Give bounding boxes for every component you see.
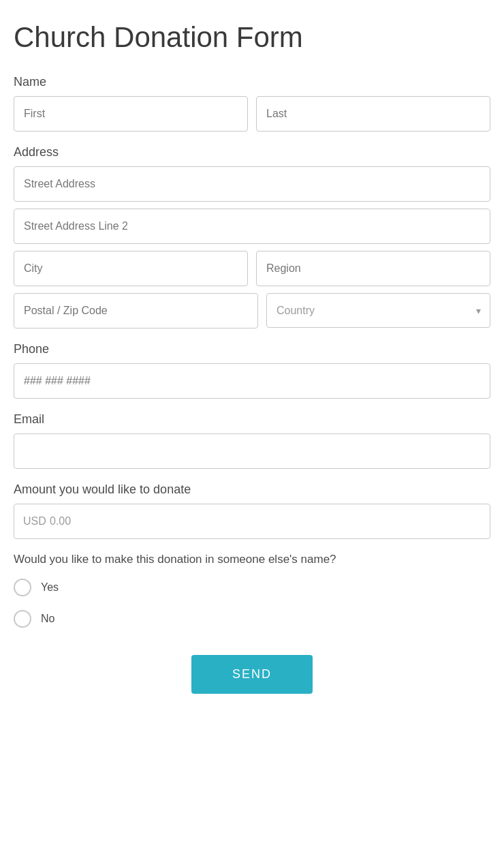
yes-radio-option[interactable]: Yes (14, 579, 490, 596)
no-radio-input[interactable] (14, 610, 31, 628)
no-radio-option[interactable]: No (14, 610, 490, 628)
page-title: Church Donation Form (14, 20, 490, 55)
email-section: Email (14, 412, 490, 469)
yes-radio-input[interactable] (14, 579, 31, 596)
phone-label: Phone (14, 342, 490, 356)
phone-input[interactable] (14, 363, 490, 399)
name-label: Name (14, 75, 490, 89)
email-input[interactable] (14, 433, 490, 469)
first-name-input[interactable] (14, 96, 248, 132)
postal-code-input[interactable] (14, 293, 258, 328)
yes-label: Yes (41, 581, 59, 594)
country-select[interactable]: Country United States Canada United King… (266, 293, 490, 328)
phone-section: Phone (14, 342, 490, 399)
send-button-wrapper: SEND (14, 655, 490, 694)
donation-question: Would you like to make this donation in … (14, 553, 490, 566)
amount-wrapper: USD (14, 504, 490, 539)
email-label: Email (14, 412, 490, 427)
country-select-wrapper: Country United States Canada United King… (266, 293, 490, 328)
city-input[interactable] (14, 251, 248, 286)
region-input[interactable] (256, 251, 490, 286)
donation-name-section: Would you like to make this donation in … (14, 553, 490, 628)
name-section: Name (14, 75, 490, 132)
amount-label: Amount you would like to donate (14, 483, 490, 497)
amount-input[interactable] (14, 504, 490, 539)
street-address-input[interactable] (14, 166, 490, 202)
street-address-line2-input[interactable] (14, 209, 490, 244)
address-label: Address (14, 145, 490, 159)
address-section: Address Country United States Canada Uni… (14, 145, 490, 328)
send-button[interactable]: SEND (191, 655, 313, 694)
amount-section: Amount you would like to donate USD (14, 483, 490, 539)
no-label: No (41, 613, 54, 625)
last-name-input[interactable] (256, 96, 490, 132)
